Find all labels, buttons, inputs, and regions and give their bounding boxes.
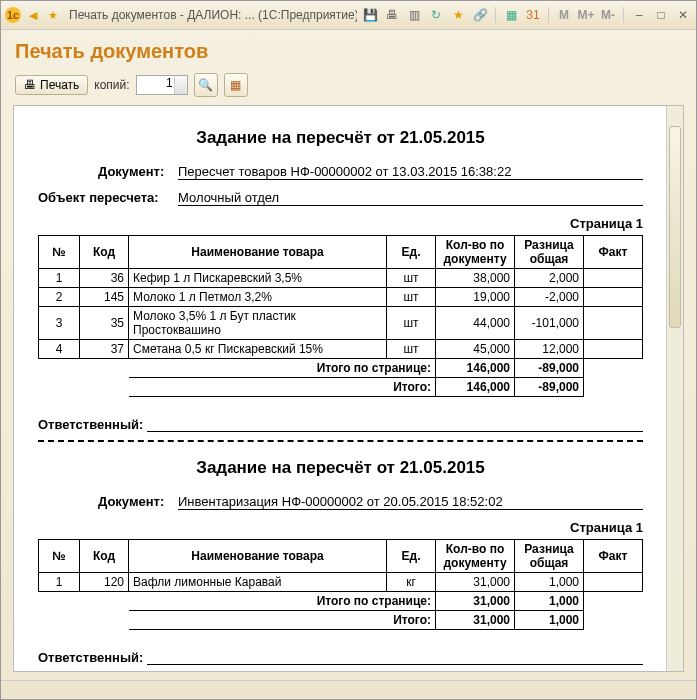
doc1-page-number: Страница 1 [38,216,643,231]
table-header-row: № Код Наименование товара Ед. Кол-во по … [39,540,643,573]
calendar-icon[interactable]: 31 [524,6,542,24]
col-unit: Ед. [387,236,436,269]
close-button[interactable]: ✕ [674,6,692,24]
doc2-page-number: Страница 1 [38,520,643,535]
col-code: Код [80,236,129,269]
printer-icon: 🖶 [24,78,36,92]
col-qty: Кол-во по документу [436,236,515,269]
statusbar [1,680,696,699]
copies-spinner[interactable]: 1 [136,75,188,95]
doc2-document-row: Документ: Инвентаризация НФ-00000002 от … [98,494,643,510]
copies-label: копий: [94,78,129,92]
toolbar: 🖶 Печать копий: 1 🔍 ▦ [1,69,696,105]
col-fact: Факт [584,236,643,269]
preview-zoom-button[interactable]: 🔍 [194,73,218,97]
doc1-responsible: Ответственный: [38,417,643,432]
print-icon[interactable]: 🖶 [383,6,401,24]
refresh-icon[interactable]: ↻ [427,6,445,24]
col-no: № [39,540,80,573]
doc2-responsible: Ответственный: [38,650,643,665]
memory-m-button[interactable]: M [555,6,573,24]
scrollbar-thumb[interactable] [669,126,681,328]
col-unit: Ед. [387,540,436,573]
signature-line [147,417,643,432]
link-icon[interactable]: 🔗 [471,6,489,24]
document-value: Пересчет товаров НФ-00000002 от 13.03.20… [178,164,643,180]
separator [623,7,624,23]
col-no: № [39,236,80,269]
col-name: Наименование товара [129,540,387,573]
object-label: Объект пересчета: [38,190,178,206]
memory-mminus-button[interactable]: M- [599,6,617,24]
minimize-button[interactable]: – [630,6,648,24]
app-1c-icon: 1c [5,7,21,23]
titlebar: 1c ◀ ★ Печать документов - ДАЛИОН: ... (… [1,1,696,30]
doc1-table: № Код Наименование товара Ед. Кол-во по … [38,235,643,397]
doc2-table: № Код Наименование товара Ед. Кол-во по … [38,539,643,630]
signature-line [147,650,643,665]
doc1-object-row: Объект пересчета: Молочный отдел [38,190,643,206]
page-setup-button[interactable]: ▦ [224,73,248,97]
col-name: Наименование товара [129,236,387,269]
col-code: Код [80,540,129,573]
print-button[interactable]: 🖶 Печать [15,75,88,95]
calculator-icon[interactable]: ▦ [502,6,520,24]
separator [548,7,549,23]
window-title: Печать документов - ДАЛИОН: ... (1С:Пред… [65,8,357,22]
col-diff: Разница общая [515,236,584,269]
vertical-scrollbar[interactable] [666,106,683,671]
col-qty: Кол-во по документу [436,540,515,573]
maximize-button[interactable]: □ [652,6,670,24]
sum-total-row: Итого:146,000-89,000 [39,378,643,397]
table-row: 437Сметана 0,5 кг Пискаревский 15%шт45,0… [39,340,643,359]
preview-area: Задание на пересчёт от 21.05.2015 Докуме… [13,105,684,672]
sum-page-row: Итого по странице:31,0001,000 [39,592,643,611]
print-page: Задание на пересчёт от 21.05.2015 Докуме… [14,106,667,672]
doc1-title: Задание на пересчёт от 21.05.2015 [38,128,643,148]
object-value: Молочный отдел [178,190,643,206]
sum-total-row: Итого:31,0001,000 [39,611,643,630]
document-label: Документ: [98,494,178,510]
page-title: Печать документов [15,40,682,63]
table-header-row: № Код Наименование товара Ед. Кол-во по … [39,236,643,269]
col-diff: Разница общая [515,540,584,573]
document-icon[interactable]: ▥ [405,6,423,24]
col-fact: Факт [584,540,643,573]
table-row: 136Кефир 1 л Пискаревский 3,5%шт38,0002,… [39,269,643,288]
sum-page-row: Итого по странице:146,000-89,000 [39,359,643,378]
table-row: 2145Молоко 1 л Петмол 3,2%шт19,000-2,000 [39,288,643,307]
table-row: 1120Вафли лимонные Каравайкг31,0001,000 [39,573,643,592]
copies-value: 1 [166,76,173,90]
document-value: Инвентаризация НФ-00000002 от 20.05.2015… [178,494,643,510]
page-divider [38,440,643,442]
bookmark-icon[interactable]: ★ [449,6,467,24]
app-window: 1c ◀ ★ Печать документов - ДАЛИОН: ... (… [0,0,697,700]
nav-back-icon[interactable]: ◀ [25,7,41,23]
responsible-label: Ответственный: [38,650,143,665]
memory-mplus-button[interactable]: M+ [577,6,595,24]
separator [495,7,496,23]
responsible-label: Ответственный: [38,417,143,432]
document-label: Документ: [98,164,178,180]
table-row: 335Молоко 3,5% 1 л Бут пластик Простоква… [39,307,643,340]
favorite-star-icon[interactable]: ★ [45,7,61,23]
doc2-title: Задание на пересчёт от 21.05.2015 [38,458,643,478]
save-icon[interactable]: 💾 [361,6,379,24]
print-button-label: Печать [40,78,79,92]
doc1-document-row: Документ: Пересчет товаров НФ-00000002 о… [98,164,643,180]
page-header: Печать документов [1,30,696,69]
